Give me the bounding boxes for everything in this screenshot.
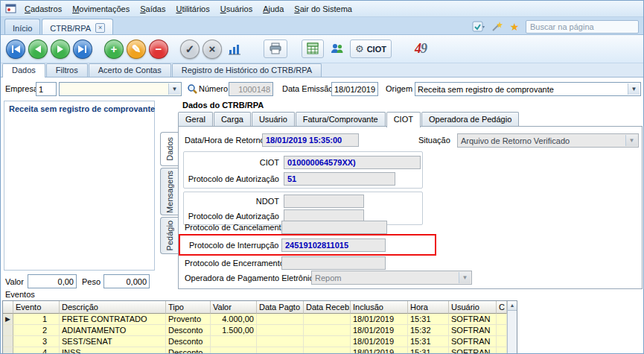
detail-tab-pedagio[interactable]: Operadora de Pedágio: [421, 112, 519, 127]
empresa-combo[interactable]: ▼: [59, 82, 182, 96]
column-header[interactable]: Descrição: [60, 301, 166, 314]
events-grid-header: EventoDescriçãoTipoValorData PagtoData R…: [3, 301, 517, 314]
prior-record-button[interactable]: [28, 39, 48, 59]
app-icon: [4, 2, 17, 15]
detail-tab-usuario[interactable]: Usuário: [252, 112, 295, 127]
chevron-down-icon[interactable]: ▼: [168, 83, 180, 95]
tab-list-dropdown-icon[interactable]: [472, 20, 485, 33]
menu-item-usuarios[interactable]: Usuários: [215, 3, 258, 15]
chevron-down-icon: ▼: [459, 272, 471, 283]
valor-field[interactable]: 0,00: [28, 274, 77, 288]
column-header[interactable]: Inclusão: [351, 301, 408, 314]
table-row[interactable]: 3SEST/SENATDesconto18/01/201915:31SOFTRA…: [3, 336, 517, 347]
spreadsheet-icon: [307, 42, 319, 56]
cell-valor: 4.000,00: [211, 314, 257, 325]
vertical-scrollbar[interactable]: ▲: [507, 301, 517, 354]
receita-groupbox: Receita sem registro de comprovante: [4, 101, 155, 271]
side-tab-mensagens[interactable]: Mensagens: [160, 168, 179, 215]
column-header[interactable]: Valor: [211, 301, 257, 314]
side-tab-pedagio[interactable]: Pedágio: [160, 217, 179, 254]
detail-tab-ciot[interactable]: CIOT: [386, 112, 421, 127]
search-input[interactable]: [526, 20, 639, 34]
table-row[interactable]: 2ADIANTAMENTODesconto1.500,0018/01/20191…: [3, 325, 517, 336]
chevron-down-icon[interactable]: ▼: [628, 83, 640, 95]
cell-usuario: SOFTRAN: [449, 336, 497, 347]
menu-item-utilitarios[interactable]: Utilitários: [170, 3, 214, 15]
column-header[interactable]: Data Pagto: [257, 301, 304, 314]
cell-tipo: Desconto: [166, 347, 211, 354]
users-button[interactable]: [328, 39, 347, 59]
ciot-number-field[interactable]: 010000064579XX): [284, 156, 421, 169]
print-button[interactable]: [264, 39, 287, 58]
page-tab-acerto[interactable]: Acerto de Contas: [89, 63, 171, 77]
column-header[interactable]: Data Receb.: [304, 301, 351, 314]
ndot-number-field[interactable]: [284, 195, 364, 208]
cell-valor: [211, 347, 257, 354]
column-header[interactable]: Evento: [13, 301, 60, 314]
detail-tab-fatura[interactable]: Fatura/Comprovante: [296, 112, 386, 127]
column-header[interactable]: Usuário: [449, 301, 497, 314]
cell-usuario: SOFTRAN: [449, 314, 497, 325]
numero-field[interactable]: 1000148: [229, 82, 273, 96]
operadora-pagamento-combo[interactable]: Repom ▼: [311, 271, 472, 285]
cell-inclusao: 18/01/2019: [351, 314, 408, 325]
scroll-up-icon[interactable]: ▲: [508, 301, 517, 311]
tab-ctrb-rpa[interactable]: CTRB/RPA ×: [42, 19, 113, 34]
cell-valor: 1.500,00: [211, 325, 257, 336]
page-tab-dados[interactable]: Dados: [2, 63, 45, 78]
menu-item-ajuda[interactable]: Ajuda: [258, 3, 289, 15]
ciot-protocolo-autorizacao-field[interactable]: 51: [284, 172, 395, 186]
detail-tab-ciot-label: CIOT: [394, 115, 413, 124]
empresa-code-field[interactable]: 1: [36, 82, 57, 96]
column-header[interactable]: Tipo: [166, 301, 211, 314]
first-record-button[interactable]: [6, 39, 25, 59]
page-tab-historico[interactable]: Registro de Histórico do CTRB/RPA: [172, 63, 322, 77]
data-emissao-field[interactable]: 18/01/2019: [331, 82, 378, 96]
ciot-button[interactable]: ⚙ CIOT: [350, 39, 392, 58]
detail-tab-geral[interactable]: Geral: [178, 112, 213, 127]
ciot-number-label: CIOT: [184, 158, 279, 167]
magic-wand-icon[interactable]: [490, 20, 503, 33]
next-record-button[interactable]: [51, 39, 70, 59]
protocolo-cancelamento-field[interactable]: [281, 221, 387, 234]
app-window: Cadastros Movimentações Saídas Utilitári…: [0, 0, 644, 354]
cancel-button[interactable]: ×: [203, 39, 222, 59]
printer-icon: [269, 42, 282, 56]
delete-record-button[interactable]: −: [149, 39, 168, 59]
column-header[interactable]: Hora: [408, 301, 449, 314]
table-row[interactable]: ▶1FRETE CONTRATADOProvento4.000,0018/01/…: [3, 314, 517, 325]
ciot-groupbox: CIOT 010000064579XX) Protocolo de Autori…: [183, 151, 423, 189]
menu-item-movimentacoes[interactable]: Movimentações: [67, 3, 135, 15]
table-row[interactable]: 4INSSDesconto18/01/201915:31SOFTRAN: [3, 347, 517, 354]
close-tab-icon[interactable]: ×: [95, 23, 105, 33]
detail-tab-carga[interactable]: Carga: [214, 112, 251, 127]
situacao-combo[interactable]: Arquivo de Retorno Verificado ▼: [457, 133, 639, 148]
tab-inicio[interactable]: Início: [4, 19, 40, 34]
favorites-star-icon[interactable]: ★: [508, 20, 521, 33]
origem-combo[interactable]: Receita sem registro de comprovante ▼: [415, 82, 641, 96]
peso-field[interactable]: 0,000: [103, 274, 150, 288]
detail-tab-geral-label: Geral: [185, 115, 205, 124]
protocolo-encerramento-field[interactable]: [281, 256, 386, 270]
cell-descricao: SEST/SENAT: [60, 336, 166, 347]
side-tab-bar: Dados Mensagens Pedágio: [160, 132, 179, 254]
situacao-label: Situação: [418, 136, 450, 145]
search-company-icon[interactable]: [185, 83, 199, 95]
confirm-button[interactable]: ✓: [180, 39, 200, 59]
protocolo-encerramento-label: Protocolo de Encerramento: [185, 259, 284, 268]
export-button[interactable]: [302, 39, 324, 58]
page-tab-filtros[interactable]: Filtros: [46, 63, 88, 77]
detail-tab-pedagio-label: Operadora de Pedágio: [429, 115, 511, 124]
menu-item-cadastros[interactable]: Cadastros: [19, 3, 67, 15]
cell-inclusao: 18/01/2019: [351, 336, 408, 347]
chart-button[interactable]: [225, 39, 244, 59]
column-header[interactable]: C: [497, 301, 507, 314]
side-tab-pedagio-label: Pedágio: [165, 221, 174, 250]
insert-record-button[interactable]: +: [104, 39, 124, 59]
side-tab-dados[interactable]: Dados: [160, 132, 179, 166]
last-record-button[interactable]: [73, 39, 92, 59]
menu-item-saidas[interactable]: Saídas: [135, 3, 170, 15]
edit-record-button[interactable]: ✎: [127, 39, 146, 59]
cell-evento: 4: [13, 347, 60, 354]
menu-item-sair[interactable]: Sair do Sistema: [289, 3, 357, 15]
